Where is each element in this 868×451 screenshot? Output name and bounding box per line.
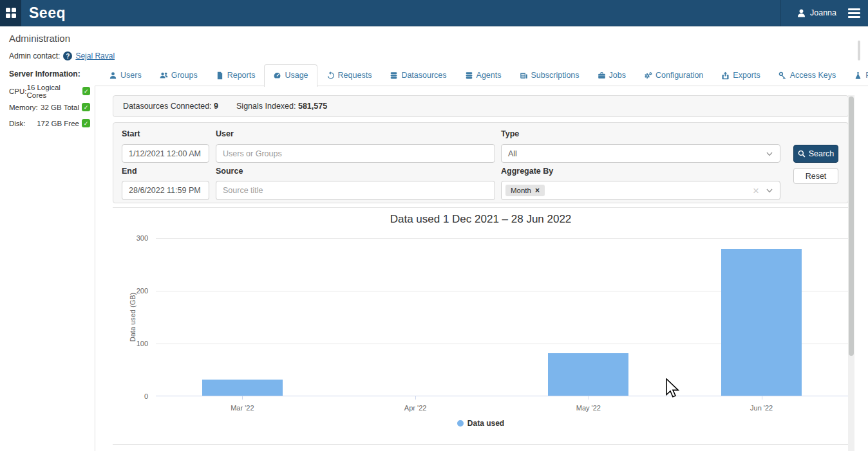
tab-label: Configuration (656, 71, 703, 80)
aggregate-by-select[interactable]: Month × × (501, 181, 780, 200)
stat-label: Memory: (9, 104, 38, 111)
source-input[interactable] (216, 181, 495, 200)
grid-icon (6, 8, 16, 18)
export-icon (721, 71, 730, 80)
stat-value: 172 GB Free (37, 120, 79, 127)
tab-access-keys[interactable]: Access Keys (769, 64, 845, 86)
x-axis-tick-label: Jun '22 (675, 404, 848, 412)
remove-tag-icon[interactable]: × (535, 187, 540, 194)
navbar-divider (780, 0, 781, 26)
x-axis-tick-label: Mar '22 (156, 404, 329, 412)
datasources-connected-value: 9 (214, 102, 218, 111)
data-used-chart: Data used 1 Dec 2021 – 28 Jun 2022 Data … (113, 207, 849, 445)
tab-agents[interactable]: Agents (456, 64, 511, 86)
signals-indexed-label: Signals Indexed: (236, 102, 296, 111)
tab-requests[interactable]: Requests (317, 64, 381, 86)
tab-label: Groups (171, 71, 198, 80)
help-icon[interactable]: ? (63, 51, 72, 60)
clear-selection-icon[interactable]: × (753, 185, 759, 196)
content-left-border (95, 86, 95, 451)
server-info-heading: Server Information: (9, 69, 95, 78)
tab-label: Datasources (401, 71, 446, 80)
y-axis-tick-label: 100 (121, 340, 148, 347)
status-ok-icon: ✓ (82, 87, 90, 95)
y-axis-tick-label: 300 (121, 234, 148, 242)
status-ok-icon: ✓ (82, 103, 90, 111)
usage-filter-panel: Start End User Source Type All Aggregate… (113, 122, 849, 203)
bar-may-22[interactable] (548, 353, 628, 396)
hamburger-menu-button[interactable] (843, 8, 868, 18)
database-icon (465, 71, 473, 80)
key-icon (778, 71, 787, 80)
server-stat-row: CPU:16 Logical Cores✓ (9, 83, 90, 99)
app-grid-button[interactable] (0, 0, 21, 26)
chevron-down-icon (766, 150, 773, 158)
tab-label: Usage (285, 71, 308, 80)
tab-reports[interactable]: Reports (207, 64, 265, 86)
user-search-input[interactable] (216, 144, 495, 163)
reset-button[interactable]: Reset (793, 168, 838, 184)
stat-value: 32 GB Total (41, 104, 79, 111)
tab-label: Plugins (865, 71, 868, 80)
end-label: End (122, 167, 137, 176)
page-scrollbar-thumb[interactable] (858, 41, 860, 60)
tab-configuration[interactable]: Configuration (635, 64, 712, 86)
server-stats: CPU:16 Logical Cores✓Memory:32 GB Total✓… (9, 83, 90, 131)
report-icon (216, 71, 224, 80)
x-axis-tick-label: Apr '22 (329, 404, 502, 412)
chart-plot-area: Data used (GB) 0100200300Mar '22Apr '22M… (156, 238, 848, 396)
type-label: Type (501, 129, 519, 138)
tab-subscriptions[interactable]: Subscriptions (511, 64, 589, 86)
bar-jun-22[interactable] (721, 249, 802, 396)
tab-label: Requests (338, 71, 372, 80)
briefcase-icon (598, 71, 606, 80)
tab-label: Exports (733, 71, 760, 80)
tab-plugins[interactable]: Plugins (845, 64, 868, 86)
database-icon (390, 71, 398, 80)
admin-contact-link[interactable]: Sejal Raval (75, 51, 115, 60)
tab-groups[interactable]: Groups (151, 64, 207, 86)
admin-page: Seeq Joanna Administration Admin contact… (0, 0, 868, 451)
aggregate-tag-month: Month × (505, 185, 545, 196)
legend-label: Data used (467, 419, 504, 428)
admin-sidebar: Administration Admin contact: ? Sejal Ra… (0, 26, 95, 131)
server-stat-row: Memory:32 GB Total✓ (9, 99, 90, 115)
x-axis-tick (589, 396, 589, 400)
gears-icon (644, 71, 652, 80)
page-title: Administration (9, 33, 95, 44)
scrollbar-thumb[interactable] (849, 97, 854, 356)
tab-label: Subscriptions (531, 71, 580, 80)
stat-value: 16 Logical Cores (26, 84, 79, 99)
x-axis-tick (762, 396, 762, 400)
start-date-input[interactable] (122, 144, 209, 163)
user-label: User (216, 129, 234, 138)
aggregate-by-label: Aggregate By (501, 167, 553, 176)
y-axis-tick-label: 200 (121, 287, 148, 295)
stat-label: Disk: (9, 120, 26, 127)
status-ok-icon: ✓ (82, 119, 90, 127)
aggregate-tag-label: Month (511, 187, 531, 194)
bar-mar-22[interactable] (202, 380, 283, 396)
chevron-down-icon (766, 187, 773, 194)
start-label: Start (122, 129, 140, 138)
chart-legend: Data used (113, 419, 849, 428)
user-menu[interactable]: Joanna (790, 0, 843, 26)
tab-label: Access Keys (790, 71, 836, 80)
y-axis-title: Data used (GB) (129, 292, 137, 341)
tab-usage[interactable]: Usage (264, 64, 317, 87)
tab-label: Agents (476, 71, 502, 80)
end-date-input[interactable] (122, 181, 209, 200)
tab-datasources[interactable]: Datasources (381, 64, 455, 86)
tab-jobs[interactable]: Jobs (589, 64, 635, 86)
x-axis-tick-label: May '22 (502, 404, 675, 412)
legend-item[interactable]: Data used (457, 419, 504, 428)
gauge-icon (273, 71, 281, 80)
y-gridline (156, 238, 848, 239)
source-label: Source (216, 167, 243, 176)
type-select[interactable]: All (501, 144, 780, 163)
tab-users[interactable]: Users (100, 64, 151, 86)
tab-exports[interactable]: Exports (712, 64, 769, 86)
history-icon (326, 71, 335, 80)
search-button[interactable]: Search (793, 145, 838, 163)
user-name: Joanna (810, 8, 836, 17)
